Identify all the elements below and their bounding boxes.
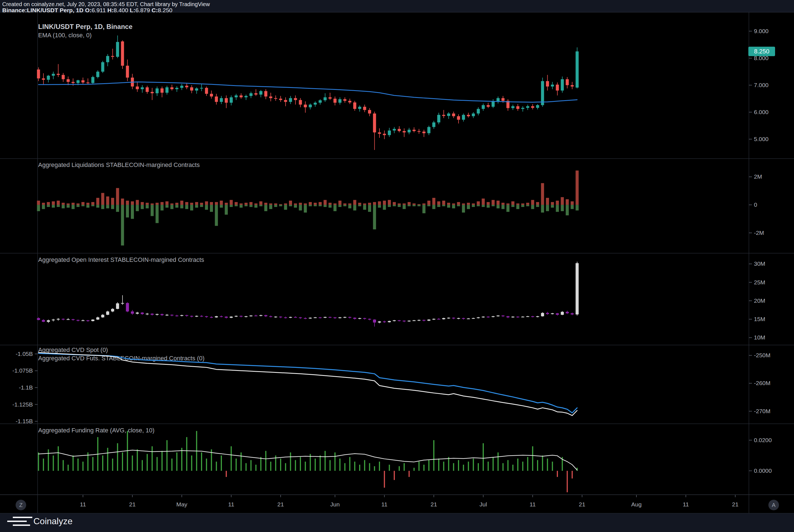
open-value: 6.911 [92, 7, 106, 13]
left-price-scale[interactable] [0, 345, 38, 424]
auto-scale-button[interactable]: A [769, 500, 779, 510]
symbol-ohlc-line: Binance:LINK/USDT Perp, 1D O:6.911 H:8.4… [2, 7, 172, 14]
right-price-scale[interactable] [749, 12, 794, 495]
logo-bar-icon [7, 520, 27, 522]
high-label: H: [108, 7, 114, 13]
low-label: L: [130, 7, 135, 13]
logo-bar-icon [13, 517, 32, 518]
close-value: 8.250 [158, 7, 172, 13]
open-label: O: [85, 7, 92, 13]
created-on-line: Created on coinalyze.net, July 20, 2023,… [2, 1, 210, 7]
symbol-text: Binance:LINK/USDT Perp, 1D [2, 7, 84, 13]
timezone-button[interactable]: Z [16, 500, 26, 510]
page: Created on coinalyze.net, July 20, 2023,… [0, 0, 794, 532]
chart-plot-area[interactable]: 9.0008.0007.0006.0005.0008.2502M0-2M30M2… [0, 0, 794, 532]
close-label: C: [152, 7, 158, 13]
brand-name: Coinalyze [33, 516, 73, 527]
footer: Coinalyze [0, 513, 794, 532]
time-scale[interactable] [0, 495, 794, 513]
low-value: 6.879 [135, 7, 150, 13]
coinalyze-logo[interactable]: Coinalyze [0, 513, 84, 532]
logo-b ar-icon [13, 525, 30, 526]
high-value: 8.400 [114, 7, 128, 13]
